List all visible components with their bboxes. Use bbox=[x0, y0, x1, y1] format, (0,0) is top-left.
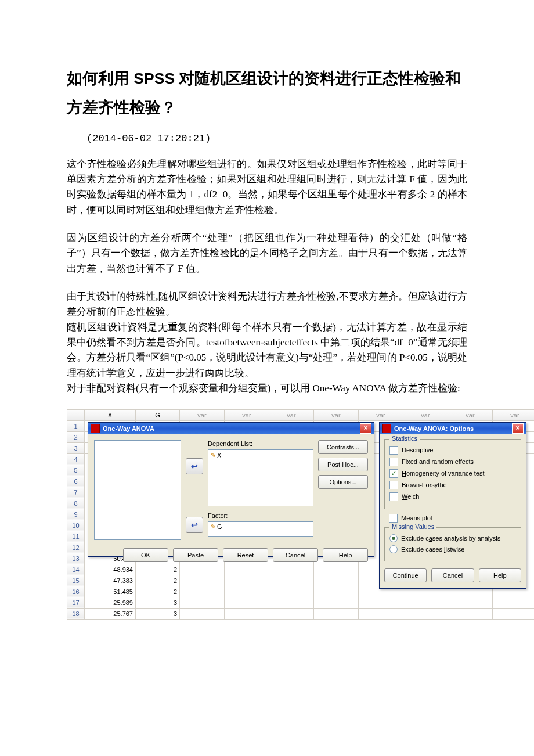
row-header[interactable]: 14 bbox=[67, 564, 85, 575]
variable-icon: ✎ bbox=[211, 523, 216, 530]
col-var[interactable]: var bbox=[225, 409, 269, 420]
cell-empty[interactable] bbox=[403, 597, 448, 608]
col-var[interactable]: var bbox=[359, 409, 403, 420]
row-header[interactable]: 15 bbox=[67, 575, 85, 586]
row-header[interactable]: 5 bbox=[67, 465, 85, 476]
continue-button[interactable]: Continue bbox=[384, 568, 427, 582]
row-header[interactable]: 7 bbox=[67, 487, 85, 498]
brown-forsythe-checkbox[interactable]: Brown-Forsythe bbox=[389, 481, 516, 489]
contrasts-button[interactable]: Contrasts... bbox=[318, 440, 368, 454]
cancel-button[interactable]: Cancel bbox=[431, 568, 474, 582]
cell-x[interactable]: 25.989 bbox=[85, 597, 136, 608]
paragraph-3b: 随机区组设计资料是无重复的资料(即每个样本只有一个数据)，无法计算方差，故在显示… bbox=[67, 320, 467, 381]
article-timestamp: (2014-06-02 17:20:21) bbox=[67, 133, 467, 144]
exclude-analysis-radio[interactable]: Exclude cases analysis by analysis bbox=[389, 534, 516, 542]
row-header[interactable]: 17 bbox=[67, 597, 85, 608]
cell-empty[interactable] bbox=[180, 597, 225, 608]
cell-empty[interactable] bbox=[359, 608, 403, 619]
cell-empty[interactable] bbox=[493, 608, 535, 619]
row-header[interactable]: 13 bbox=[67, 553, 85, 564]
cell-empty[interactable] bbox=[269, 597, 314, 608]
move-to-dependent-button[interactable]: ↩ bbox=[186, 458, 203, 474]
col-var[interactable]: var bbox=[403, 409, 448, 420]
statistics-group: Statistics Descriptive Fixed and random … bbox=[384, 439, 521, 509]
dialog-titlebar[interactable]: One-Way ANOVA × bbox=[88, 423, 374, 434]
help-button[interactable]: Help bbox=[479, 568, 521, 582]
row-header[interactable]: 16 bbox=[67, 586, 85, 597]
cell-empty[interactable] bbox=[359, 597, 403, 608]
app-icon bbox=[382, 424, 391, 433]
welch-checkbox[interactable]: Welch bbox=[389, 492, 516, 501]
col-var[interactable]: var bbox=[180, 409, 225, 420]
row-header[interactable]: 8 bbox=[67, 498, 85, 509]
cell-empty[interactable] bbox=[314, 597, 359, 608]
paragraph-2: 因为区组设计的方差分析两个“处理”（把区组也作为一种处理看待）的交汇处（叫做“格… bbox=[67, 231, 467, 276]
fixed-random-checkbox[interactable]: Fixed and random effects bbox=[389, 458, 516, 466]
spss-screenshot: X G var var var var var var var var var … bbox=[67, 409, 534, 620]
cell-x[interactable]: 25.767 bbox=[85, 608, 136, 619]
row-header[interactable]: 9 bbox=[67, 509, 85, 520]
close-icon[interactable]: × bbox=[512, 423, 524, 434]
row-header[interactable]: 6 bbox=[67, 476, 85, 487]
paste-button[interactable]: Paste bbox=[173, 548, 218, 562]
dependent-list-label: Dependent List: bbox=[208, 440, 313, 447]
exclude-listwise-radio[interactable]: Exclude cases listwise bbox=[389, 545, 516, 553]
ok-button[interactable]: OK bbox=[123, 548, 168, 562]
dialog-anova: One-Way ANOVA × ↩ ↩ Dependent List: ✎X F… bbox=[88, 422, 374, 557]
cell-g[interactable]: 3 bbox=[136, 597, 180, 608]
variable-icon: ✎ bbox=[211, 452, 216, 459]
dialog-anova-options: One-Way ANOVA: Options × Statistics Desc… bbox=[379, 422, 526, 589]
move-to-factor-button[interactable]: ↩ bbox=[186, 517, 203, 533]
reset-button[interactable]: Reset bbox=[223, 548, 268, 562]
cell-empty[interactable] bbox=[448, 597, 493, 608]
table-row: 1825.7673 bbox=[67, 608, 535, 619]
row-header[interactable]: 2 bbox=[67, 431, 85, 442]
homogeneity-checkbox[interactable]: ✓Homogeneity of variance test bbox=[389, 469, 516, 478]
posthoc-button[interactable]: Post Hoc... bbox=[318, 458, 368, 471]
dependent-list[interactable]: ✎X bbox=[208, 449, 313, 506]
col-var[interactable]: var bbox=[448, 409, 493, 420]
cell-g[interactable]: 3 bbox=[136, 608, 180, 619]
dialog-title: One-Way ANOVA: Options bbox=[394, 425, 474, 432]
dialog-title: One-Way ANOVA bbox=[103, 425, 154, 432]
col-g[interactable]: G bbox=[136, 409, 180, 420]
help-button[interactable]: Help bbox=[323, 548, 368, 562]
cancel-button[interactable]: Cancel bbox=[273, 548, 318, 562]
means-plot-checkbox[interactable]: Means plot bbox=[389, 514, 521, 523]
cell-empty[interactable] bbox=[180, 608, 225, 619]
missing-values-group: Missing Values Exclude cases analysis by… bbox=[384, 527, 521, 561]
row-header[interactable]: 1 bbox=[67, 420, 85, 431]
cell-empty[interactable] bbox=[403, 608, 448, 619]
paragraph-3a: 由于其设计的特殊性,随机区组设计资料无法进行方差齐性检验,不要求方差齐。但应该进… bbox=[67, 289, 467, 320]
row-header[interactable]: 10 bbox=[67, 520, 85, 531]
col-var[interactable]: var bbox=[269, 409, 314, 420]
factor-label: Factor: bbox=[208, 512, 313, 519]
paragraph-1: 这个齐性检验必须先理解对哪些组进行的。如果仅对区组或处理组作齐性检验，此时等同于… bbox=[67, 157, 467, 218]
cell-empty[interactable] bbox=[269, 608, 314, 619]
col-var[interactable]: var bbox=[493, 409, 535, 420]
cell-empty[interactable] bbox=[448, 608, 493, 619]
descriptive-checkbox[interactable]: Descriptive bbox=[389, 446, 516, 455]
row-header[interactable]: 11 bbox=[67, 531, 85, 542]
cell-empty[interactable] bbox=[493, 597, 535, 608]
cell-empty[interactable] bbox=[314, 608, 359, 619]
row-header[interactable]: 3 bbox=[67, 442, 85, 453]
cell-empty[interactable] bbox=[225, 597, 269, 608]
dialog-titlebar[interactable]: One-Way ANOVA: Options × bbox=[380, 423, 526, 434]
missing-legend: Missing Values bbox=[389, 523, 436, 530]
row-header[interactable]: 4 bbox=[67, 453, 85, 465]
corner-cell bbox=[67, 409, 85, 420]
sheet-header-row: X G var var var var var var var var var bbox=[67, 409, 535, 420]
table-row: 1725.9893 bbox=[67, 597, 535, 608]
col-var[interactable]: var bbox=[314, 409, 359, 420]
cell-empty[interactable] bbox=[225, 608, 269, 619]
row-header[interactable]: 18 bbox=[67, 608, 85, 619]
col-x[interactable]: X bbox=[85, 409, 136, 420]
close-icon[interactable]: × bbox=[360, 423, 371, 434]
row-header[interactable]: 12 bbox=[67, 542, 85, 553]
variables-list[interactable] bbox=[94, 440, 181, 540]
options-button[interactable]: Options... bbox=[318, 475, 368, 489]
factor-field[interactable]: ✎G bbox=[208, 521, 313, 537]
paragraph-3c: 对于非配对资料(只有一个观察变量和分组变量)，可以用 One-Way ANOVA… bbox=[67, 381, 467, 396]
article-title: 如何利用 SPSS 对随机区组设计的资料进行正态性检验和方差齐性检验？ bbox=[67, 64, 467, 123]
